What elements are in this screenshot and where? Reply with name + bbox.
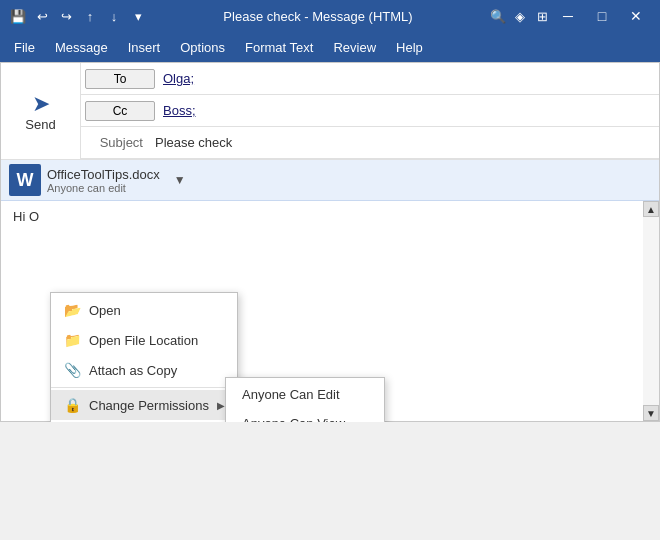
undo-icon[interactable]: ↩ <box>32 6 52 26</box>
body-text: Hi O <box>13 209 39 224</box>
ctx-change-permissions[interactable]: 🔒 Change Permissions ▶ <box>51 390 237 420</box>
window-title: Please check - Message (HTML) <box>148 9 488 24</box>
scroll-down-button[interactable]: ▼ <box>643 405 659 421</box>
minimize-button[interactable]: ─ <box>552 0 584 32</box>
ctx-change-permissions-label: Change Permissions <box>89 398 209 413</box>
cc-row: Cc Boss; <box>81 95 659 127</box>
ctx-open[interactable]: 📂 Open <box>51 295 237 325</box>
ctx-attach-as-copy-label: Attach as Copy <box>89 363 177 378</box>
attachment-info: OfficeToolTips.docx Anyone can edit <box>47 167 160 194</box>
title-bar: 💾 ↩ ↪ ↑ ↓ ▾ Please check - Message (HTML… <box>0 0 660 32</box>
ctx-divider-1 <box>51 387 237 388</box>
to-value[interactable]: Olga; <box>159 69 659 88</box>
attachment-bar: W OfficeToolTips.docx Anyone can edit ▼ <box>1 160 659 201</box>
to-row: To Olga; <box>81 63 659 95</box>
context-menu: 📂 Open 📁 Open File Location 📎 Attach as … <box>50 292 238 422</box>
diamond-icon[interactable]: ◈ <box>510 6 530 26</box>
open-icon: 📂 <box>63 301 81 319</box>
fields-area: To Olga; Cc Boss; Subject Please check <box>81 63 659 159</box>
subject-row: Subject Please check <box>81 127 659 159</box>
context-menu-popup: 📂 Open 📁 Open File Location 📎 Attach as … <box>50 292 238 422</box>
scrollbar[interactable]: ▲ ▼ <box>643 201 659 421</box>
menu-bar: File Message Insert Options Format Text … <box>0 32 660 62</box>
anyone-can-view-label: Anyone Can View <box>242 416 345 422</box>
permissions-icon: 🔒 <box>63 396 81 414</box>
search-icon[interactable]: 🔍 <box>488 6 508 26</box>
ctx-open-file-location[interactable]: 📁 Open File Location <box>51 325 237 355</box>
attachment-dropdown-icon[interactable]: ▼ <box>174 173 186 187</box>
down-icon[interactable]: ↓ <box>104 6 124 26</box>
to-button[interactable]: To <box>85 69 155 89</box>
attachment-permission: Anyone can edit <box>47 182 160 194</box>
subject-label: Subject <box>81 133 151 152</box>
menu-file[interactable]: File <box>4 36 45 59</box>
grid-icon[interactable]: ⊞ <box>532 6 552 26</box>
submenu-anyone-can-edit[interactable]: Anyone Can Edit <box>226 380 384 409</box>
cc-value[interactable]: Boss; <box>159 101 659 120</box>
word-icon: W <box>9 164 41 196</box>
menu-options[interactable]: Options <box>170 36 235 59</box>
dropdown-icon[interactable]: ▾ <box>128 6 148 26</box>
menu-help[interactable]: Help <box>386 36 433 59</box>
subject-value[interactable]: Please check <box>151 133 659 152</box>
menu-insert[interactable]: Insert <box>118 36 171 59</box>
attachment-filename: OfficeToolTips.docx <box>47 167 160 182</box>
restore-button[interactable]: □ <box>586 0 618 32</box>
menu-format-text[interactable]: Format Text <box>235 36 323 59</box>
open-file-location-icon: 📁 <box>63 331 81 349</box>
attach-icon: 📎 <box>63 361 81 379</box>
menu-review[interactable]: Review <box>323 36 386 59</box>
send-button[interactable]: ➤ Send <box>1 63 81 159</box>
cc-button[interactable]: Cc <box>85 101 155 121</box>
redo-icon[interactable]: ↪ <box>56 6 76 26</box>
quick-access-toolbar: 💾 ↩ ↪ ↑ ↓ ▾ <box>8 6 148 26</box>
ctx-open-label: Open <box>89 303 121 318</box>
up-icon[interactable]: ↑ <box>80 6 100 26</box>
send-label: Send <box>25 117 55 132</box>
save-icon[interactable]: 💾 <box>8 6 28 26</box>
scroll-up-button[interactable]: ▲ <box>643 201 659 217</box>
ctx-quick-print[interactable]: 🖨 Quick Print <box>51 420 237 422</box>
menu-message[interactable]: Message <box>45 36 118 59</box>
ctx-attach-as-copy[interactable]: 📎 Attach as Copy <box>51 355 237 385</box>
permissions-submenu: Anyone Can Edit Anyone Can View <box>225 377 385 422</box>
anyone-can-edit-label: Anyone Can Edit <box>242 387 340 402</box>
close-button[interactable]: ✕ <box>620 0 652 32</box>
ctx-open-file-location-label: Open File Location <box>89 333 198 348</box>
window-controls: ─ □ ✕ <box>552 0 652 32</box>
scroll-track <box>643 217 659 405</box>
submenu-arrow-icon: ▶ <box>217 400 225 411</box>
compose-window: ➤ Send To Olga; Cc Boss; Subject Pleas <box>0 62 660 422</box>
submenu-anyone-can-view[interactable]: Anyone Can View <box>226 409 384 422</box>
send-icon: ➤ <box>32 91 50 117</box>
header-section: ➤ Send To Olga; Cc Boss; Subject Pleas <box>1 63 659 160</box>
